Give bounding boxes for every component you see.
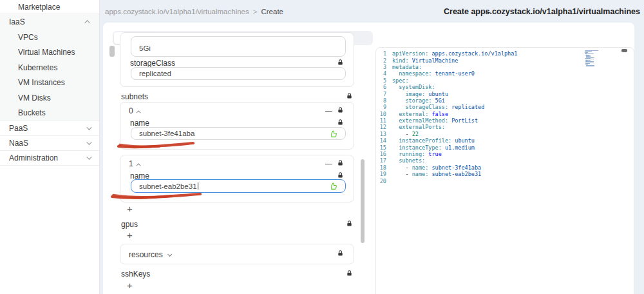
lock-icon[interactable] bbox=[346, 270, 352, 277]
thumbs-up-icon bbox=[329, 130, 337, 138]
gpus-label: gpus bbox=[121, 220, 138, 229]
subnets-label: subnets bbox=[121, 92, 148, 101]
yaml-editor[interactable]: 1apiVersion: apps.cozystack.io/v1alpha12… bbox=[375, 47, 634, 294]
sidebar-item-vpcs[interactable]: VPCs bbox=[0, 30, 99, 45]
breadcrumb-current: Create bbox=[261, 8, 283, 15]
sidebar-item-label: VM Instances bbox=[18, 78, 99, 87]
sidebar-section-label: PaaS bbox=[9, 124, 86, 133]
subnet-item-1-card bbox=[120, 155, 354, 202]
chevron-down-icon bbox=[86, 124, 91, 130]
lock-icon[interactable] bbox=[337, 59, 343, 66]
remove-item-button[interactable] bbox=[325, 160, 333, 168]
top-bar: apps.cozystack.io/v1alpha1/virtualmachin… bbox=[100, 0, 644, 23]
sidebar-section-label: IaaS bbox=[9, 17, 86, 26]
sidebar-item-marketplace[interactable]: Marketplace bbox=[0, 0, 99, 14]
subnet-item-0-card bbox=[120, 102, 354, 150]
lock-icon[interactable] bbox=[337, 250, 343, 257]
chevron-down-icon bbox=[86, 139, 91, 144]
sidebar-section-administration[interactable]: Administration bbox=[0, 151, 99, 166]
lock-icon[interactable] bbox=[337, 119, 343, 126]
storage-class-label: storageClass bbox=[130, 59, 175, 68]
resources-label: resources bbox=[129, 250, 163, 259]
subnet-1-name-value: subnet-eab2be31 bbox=[139, 182, 197, 190]
subnet-item-0-header[interactable]: 0 bbox=[129, 106, 141, 115]
lock-icon[interactable] bbox=[346, 220, 352, 227]
sidebar-item-vm-disks[interactable]: VM Disks bbox=[0, 90, 99, 106]
lock-icon[interactable] bbox=[337, 160, 343, 166]
sidebar-section-label: Administration bbox=[9, 153, 86, 162]
editor-minimap[interactable] bbox=[585, 50, 607, 68]
collapse-chevron-icon bbox=[136, 110, 140, 115]
sidebar-item-virtual-machines[interactable]: Virtual Machines bbox=[0, 45, 99, 61]
subnet-0-name-label: name bbox=[130, 119, 149, 128]
lock-icon[interactable] bbox=[337, 172, 343, 179]
sidebar-item-label: Buckets bbox=[18, 108, 99, 117]
sidebar-item-label: Kubernetes bbox=[18, 63, 99, 72]
form-scrollbar-left-thumb[interactable] bbox=[109, 46, 115, 57]
remove-item-button[interactable] bbox=[325, 107, 333, 115]
storage-input-value: 5Gi bbox=[139, 44, 151, 52]
sidebar-item-label: Marketplace bbox=[18, 3, 99, 12]
subnet-0-name-value: subnet-3fe41aba bbox=[139, 130, 194, 137]
code-lines[interactable]: 1apiVersion: apps.cozystack.io/v1alpha12… bbox=[376, 50, 634, 184]
sidebar-section-paas[interactable]: PaaS bbox=[0, 121, 99, 136]
sidebar-section-naas[interactable]: NaaS bbox=[0, 136, 99, 151]
sidebar: Marketplace IaaS VPCs Virtual Machines K… bbox=[0, 0, 100, 294]
subnet-1-name-input[interactable]: subnet-eab2be31 bbox=[131, 179, 346, 193]
breadcrumb: apps.cozystack.io/v1alpha1/virtualmachin… bbox=[105, 8, 283, 15]
sidebar-section-label: NaaS bbox=[9, 139, 86, 148]
subnet-item-1-header[interactable]: 1 bbox=[129, 159, 141, 168]
form-scrollbar-thumb[interactable] bbox=[361, 159, 365, 243]
thumbs-up-icon bbox=[329, 182, 337, 190]
storage-class-input[interactable]: replicated bbox=[131, 67, 346, 80]
editor-scrollbar-thumb[interactable] bbox=[621, 49, 627, 52]
sidebar-section-iaas[interactable]: IaaS bbox=[0, 14, 99, 30]
sidebar-item-label: VPCs bbox=[18, 33, 99, 42]
storage-input[interactable]: 5Gi bbox=[131, 36, 346, 57]
app-root: Marketplace IaaS VPCs Virtual Machines K… bbox=[0, 0, 644, 294]
breadcrumb-path[interactable]: apps.cozystack.io/v1alpha1/virtualmachin… bbox=[105, 8, 249, 15]
chevron-down-icon bbox=[86, 154, 91, 159]
sidebar-item-label: VM Disks bbox=[18, 93, 99, 103]
sidebar-item-vm-instances[interactable]: VM Instances bbox=[0, 75, 99, 91]
sidebar-group-iaas: IaaS VPCs Virtual Machines Kubernetes VM… bbox=[0, 14, 99, 121]
add-subnet-button[interactable]: + bbox=[127, 204, 133, 213]
add-gpu-button[interactable]: + bbox=[127, 231, 133, 240]
sshkeys-label: sshKeys bbox=[121, 270, 150, 279]
storage-class-value: replicated bbox=[139, 70, 171, 77]
page-title: Create apps.cozystack.io/v1alpha1/virtua… bbox=[444, 7, 640, 16]
subnet-0-name-input[interactable]: subnet-3fe41aba bbox=[131, 127, 346, 140]
text-cursor bbox=[198, 182, 198, 190]
subnet-item-0-index: 0 bbox=[129, 106, 133, 115]
sidebar-item-label: Virtual Machines bbox=[18, 48, 99, 57]
sidebar-item-kubernetes[interactable]: Kubernetes bbox=[0, 60, 99, 75]
lock-icon[interactable] bbox=[346, 93, 352, 99]
collapse-chevron-icon bbox=[136, 163, 140, 168]
breadcrumb-separator: > bbox=[253, 8, 258, 15]
subnet-item-1-index: 1 bbox=[129, 159, 133, 168]
resources-header[interactable]: resources bbox=[129, 250, 170, 259]
lock-icon[interactable] bbox=[337, 107, 343, 113]
add-sshkey-button[interactable]: + bbox=[127, 281, 133, 290]
sidebar-item-buckets[interactable]: Buckets bbox=[0, 106, 99, 121]
